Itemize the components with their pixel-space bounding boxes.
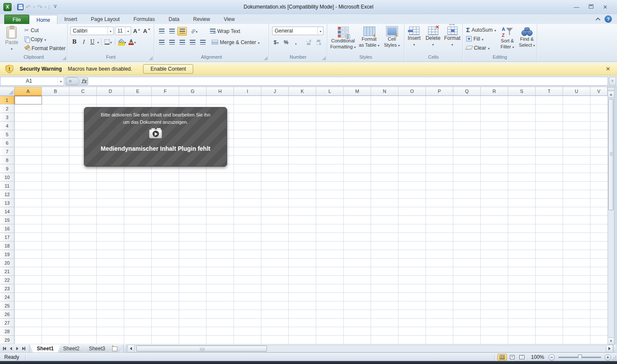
row-header-28[interactable]: 28 (0, 327, 15, 336)
column-header-j[interactable]: J (261, 87, 289, 96)
dialog-launcher-icon[interactable] (322, 57, 326, 60)
column-header-d[interactable]: D (97, 87, 124, 96)
active-cell-a1[interactable] (15, 96, 42, 104)
column-header-s[interactable]: S (508, 87, 536, 96)
horizontal-scroll-thumb[interactable] (136, 346, 267, 352)
insert-worksheet-tab[interactable] (108, 345, 122, 352)
decrease-indent-button[interactable] (188, 38, 197, 47)
row-header-12[interactable]: 12 (0, 190, 15, 199)
cut-button[interactable]: ✂ Cut (23, 26, 67, 35)
accounting-format-button[interactable]: $ (272, 38, 280, 47)
normal-view-button[interactable] (497, 354, 507, 361)
column-header-f[interactable]: F (152, 87, 179, 96)
row-header-17[interactable]: 17 (0, 233, 15, 242)
column-header-t[interactable]: T (536, 87, 563, 96)
column-header-m[interactable]: M (344, 87, 371, 96)
cell-area[interactable]: Bitte aktivieren Sie den Inhalt und bear… (15, 96, 608, 344)
row-header-13[interactable]: 13 (0, 199, 15, 207)
tab-home[interactable]: Home (29, 15, 57, 24)
zoom-in-icon[interactable]: + (605, 354, 611, 361)
conditional-formatting-button[interactable]: Conditional Formatting (329, 25, 357, 54)
sheet-tab-sheet3[interactable]: Sheet3 (82, 345, 112, 352)
zoom-out-icon[interactable]: − (548, 354, 555, 361)
row-header-15[interactable]: 15 (0, 216, 15, 224)
previous-sheet-icon[interactable] (8, 346, 14, 352)
decrease-decimal-button[interactable]: .00→.0 (314, 38, 322, 47)
row-header-26[interactable]: 26 (0, 310, 15, 319)
zoom-slider-thumb[interactable] (578, 355, 582, 360)
vertical-scrollbar[interactable]: ▲ ▼ (608, 87, 614, 345)
help-icon[interactable]: ? (605, 15, 612, 23)
clear-button[interactable]: Clear (464, 43, 498, 52)
row-header-29[interactable]: 29 (0, 336, 15, 344)
tab-review[interactable]: Review (186, 15, 217, 24)
row-header-24[interactable]: 24 (0, 293, 15, 301)
close-icon[interactable]: ✕ (603, 4, 608, 10)
column-header-r[interactable]: R (481, 87, 508, 96)
percent-style-button[interactable]: % (282, 38, 290, 47)
fill-button[interactable]: ▼ Fill (464, 34, 498, 43)
middle-align-button[interactable] (167, 27, 177, 36)
minimize-ribbon-icon[interactable] (596, 17, 600, 22)
copy-button[interactable]: Copy (23, 35, 67, 44)
shrink-font-button[interactable]: A▼ (143, 27, 151, 35)
scrollbar-split-handle[interactable] (613, 345, 616, 352)
row-header-4[interactable]: 4 (0, 122, 15, 130)
column-header-o[interactable]: O (398, 87, 426, 96)
increase-decimal-button[interactable]: ←.0.00 (304, 38, 312, 47)
cell-styles-button[interactable]: Cell Styles (382, 25, 402, 54)
formula-input[interactable] (89, 77, 608, 86)
format-as-table-button[interactable]: Format as Table (358, 25, 381, 54)
page-layout-view-button[interactable] (507, 354, 517, 361)
vertical-split-handle[interactable] (608, 87, 614, 91)
enable-content-button[interactable]: Enable Content (143, 64, 193, 74)
insert-cells-button[interactable]: Insert (405, 25, 423, 54)
row-header-16[interactable]: 16 (0, 224, 15, 233)
zoom-slider[interactable] (558, 357, 601, 358)
tab-insert[interactable]: Insert (57, 15, 84, 24)
expand-formula-bar-icon[interactable]: ˅ (609, 77, 616, 86)
tab-page-layout[interactable]: Page Layout (84, 15, 126, 24)
column-header-i[interactable]: I (234, 87, 261, 96)
column-header-l[interactable]: L (316, 87, 344, 96)
zoom-level[interactable]: 100% (531, 354, 544, 360)
increase-indent-button[interactable] (198, 38, 207, 47)
dropdown-arrow-icon[interactable] (97, 39, 99, 45)
number-format-combobox[interactable]: General (272, 27, 323, 35)
align-right-button[interactable] (177, 38, 187, 47)
minimize-icon[interactable]: — (574, 4, 579, 10)
next-sheet-icon[interactable] (15, 346, 20, 352)
row-header-3[interactable]: 3 (0, 113, 15, 122)
scroll-right-icon[interactable] (606, 345, 613, 352)
bottom-align-button[interactable] (177, 27, 187, 36)
font-color-button[interactable]: A (128, 38, 137, 46)
comma-style-button[interactable]: , (292, 38, 300, 47)
first-sheet-icon[interactable] (2, 346, 7, 352)
align-left-button[interactable] (157, 38, 166, 47)
column-header-a[interactable]: A (15, 87, 42, 96)
row-header-20[interactable]: 20 (0, 259, 15, 267)
row-header-23[interactable]: 23 (0, 284, 15, 293)
underline-button[interactable]: U (88, 38, 96, 46)
italic-button[interactable]: I (79, 38, 87, 46)
column-header-n[interactable]: N (371, 87, 398, 96)
scroll-up-icon[interactable]: ▲ (608, 91, 614, 98)
column-header-p[interactable]: P (426, 87, 453, 96)
tab-formulas[interactable]: Formulas (126, 15, 162, 24)
column-header-h[interactable]: H (207, 87, 234, 96)
dialog-launcher-icon[interactable] (264, 57, 267, 60)
scroll-down-icon[interactable]: ▼ (608, 337, 614, 344)
tab-file[interactable]: File (4, 15, 29, 24)
bold-button[interactable]: B (70, 38, 78, 46)
column-header-u[interactable]: U (563, 87, 590, 96)
row-header-18[interactable]: 18 (0, 242, 15, 250)
horizontal-scrollbar[interactable] (127, 345, 613, 352)
sort-filter-button[interactable]: AZ Sort & Filter (498, 25, 517, 54)
close-warning-icon[interactable]: ✕ (606, 66, 610, 72)
row-header-11[interactable]: 11 (0, 182, 15, 190)
delete-cells-button[interactable]: Delete (424, 25, 442, 54)
font-name-combobox[interactable]: Calibri (70, 27, 114, 35)
column-header-b[interactable]: B (42, 87, 69, 96)
row-header-25[interactable]: 25 (0, 301, 15, 310)
row-header-5[interactable]: 5 (0, 130, 15, 139)
